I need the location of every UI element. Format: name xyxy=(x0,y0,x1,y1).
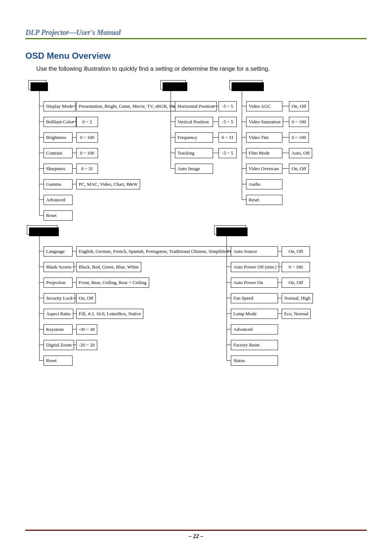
connector-h xyxy=(39,153,44,153)
menu-tab-video_audio: Video / Audio xyxy=(229,80,262,90)
connector-h xyxy=(213,106,219,106)
connector-h xyxy=(73,106,76,106)
connector-h xyxy=(39,215,44,216)
connector-h xyxy=(39,267,44,267)
menu-item-image-6: Advanced xyxy=(44,195,73,205)
connector-h xyxy=(171,122,175,122)
connector-v xyxy=(226,234,227,360)
connector-v xyxy=(171,89,171,168)
menu-tab-computer: Computer xyxy=(160,80,186,90)
osd-menu-diagram: ImageDisplay ModePresentation, Bright, G… xyxy=(25,80,367,421)
connector-h xyxy=(73,345,76,345)
connector-h xyxy=(226,360,231,361)
connector-h xyxy=(226,313,231,314)
connector-h xyxy=(282,137,289,138)
connector-h xyxy=(39,329,44,329)
connector-h xyxy=(242,122,246,122)
connector-h xyxy=(242,200,246,200)
menu-value-image-0: Presentation, Bright, Game, Movie, TV, s… xyxy=(76,101,180,111)
menu-value-install1-3: On, Off xyxy=(76,293,96,303)
menu-item-image-4: Sharpness xyxy=(44,164,73,174)
connector-h xyxy=(242,168,246,169)
connector-v xyxy=(39,234,40,360)
connector-h xyxy=(73,137,76,138)
menu-item-video_audio-5: Audio xyxy=(246,179,282,189)
connector-h xyxy=(39,184,44,184)
menu-item-computer-1: Vertical Position xyxy=(175,117,213,127)
menu-item-install2-1: Auto Power Off (min.) xyxy=(231,262,279,272)
connector-h xyxy=(39,168,44,169)
running-header: DLP Projector—User's Manual xyxy=(25,28,367,39)
menu-item-video_audio-2: Video Tint xyxy=(246,132,282,143)
connector-h xyxy=(278,251,282,251)
connector-h xyxy=(73,251,76,251)
menu-item-image-1: Brilliant Color xyxy=(44,117,76,127)
connector-h xyxy=(226,267,231,267)
menu-item-video_audio-0: Video AGC xyxy=(246,101,282,111)
connector-h xyxy=(278,282,282,283)
connector-h xyxy=(226,251,231,251)
connector-h xyxy=(282,106,289,106)
menu-item-install1-4: Aspect Ratio xyxy=(44,309,73,319)
menu-item-computer-4: Auto Image xyxy=(175,164,213,174)
menu-item-image-3: Contrast xyxy=(44,148,73,158)
page-number: – 22 – xyxy=(0,533,392,539)
menu-item-install1-3: Security Lock xyxy=(44,293,75,303)
connector-h xyxy=(242,106,246,106)
menu-value-video_audio-4: On, Off xyxy=(289,164,309,174)
connector-h xyxy=(39,200,44,200)
menu-value-install1-6: -20 ~ 20 xyxy=(76,340,97,350)
connector-h xyxy=(39,298,44,298)
connector-h xyxy=(171,168,175,169)
connector-h xyxy=(171,106,175,106)
menu-item-install2-0: Auto Source xyxy=(231,246,278,257)
menu-tab-install2: Installation II xyxy=(214,225,246,235)
menu-value-install1-4: Fill, 4:3, 16:9, LetterBox, Native xyxy=(76,309,143,319)
menu-tab-install1: Installation I xyxy=(27,225,57,235)
menu-value-computer-3: -5 ~ 5 xyxy=(219,148,237,158)
menu-item-image-5: Gamma xyxy=(44,179,73,189)
menu-item-video_audio-6: Reset xyxy=(246,195,282,205)
connector-h xyxy=(39,137,44,138)
menu-value-install2-4: Eco, Normal xyxy=(282,309,311,319)
menu-item-computer-3: Tracking xyxy=(175,148,213,158)
connector-h xyxy=(73,282,76,283)
connector-h xyxy=(278,313,282,314)
connector-h xyxy=(73,122,76,122)
connector-h xyxy=(282,168,289,169)
menu-value-image-5: PC, MAC, Video, Chart, B&W xyxy=(76,179,140,189)
menu-value-image-4: 0 ~ 31 xyxy=(76,164,98,174)
menu-tab-image: Image xyxy=(28,80,46,90)
connector-h xyxy=(213,153,219,153)
menu-value-install1-0: English, German, French, Spanish, Portug… xyxy=(76,246,248,257)
connector-h xyxy=(39,345,44,345)
connector-h xyxy=(242,153,246,153)
menu-value-image-1: 0 ~ 2 xyxy=(76,117,98,127)
menu-value-image-3: 0 ~ 100 xyxy=(76,148,98,158)
menu-item-image-7: Reset xyxy=(44,210,73,221)
menu-value-install2-2: On, Off xyxy=(282,278,310,288)
menu-value-install1-2: Front, Rear, Ceiling, Rear + Ceiling xyxy=(76,278,149,288)
connector-h xyxy=(226,345,231,345)
menu-value-computer-0: -5 ~ 5 xyxy=(219,101,237,111)
section-title: OSD Menu Overview xyxy=(25,51,367,61)
menu-item-install2-4: Lamp Mode xyxy=(231,309,278,319)
menu-value-video_audio-1: 0 ~ 100 xyxy=(289,117,309,127)
menu-item-image-2: Brightness xyxy=(44,132,73,143)
connector-h xyxy=(73,153,76,153)
connector-h xyxy=(73,168,76,169)
footer-rule xyxy=(25,530,367,531)
menu-item-image-0: Display Mode xyxy=(44,101,75,111)
connector-h xyxy=(282,153,289,153)
connector-h xyxy=(39,106,44,106)
connector-h xyxy=(226,298,231,298)
connector-h xyxy=(73,184,76,184)
menu-item-install2-3: Fan Speed xyxy=(231,293,278,303)
connector-h xyxy=(171,153,175,153)
menu-item-video_audio-3: Film Mode xyxy=(246,148,282,158)
connector-h xyxy=(39,122,44,122)
menu-item-install2-7: Status xyxy=(231,356,278,366)
connector-h xyxy=(73,267,76,267)
menu-value-image-2: 0 ~ 100 xyxy=(76,132,98,143)
menu-item-install1-7: Reset xyxy=(44,356,73,366)
